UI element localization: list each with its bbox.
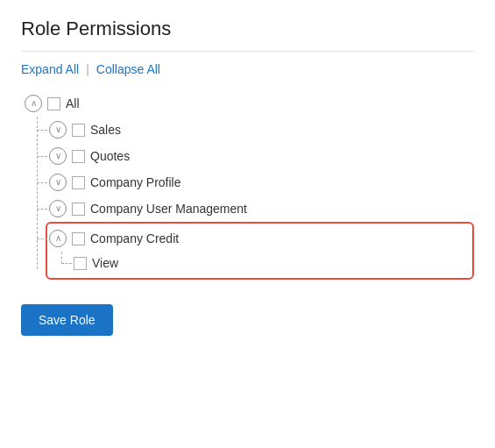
collapse-icon-company-user-management[interactable] [49, 200, 67, 217]
collapse-all-link[interactable]: Collapse All [96, 62, 160, 76]
permissions-tree: All Sales Quotes Company Profile [25, 90, 474, 280]
collapse-icon-company-profile[interactable] [49, 174, 67, 191]
checkbox-view[interactable] [74, 257, 87, 270]
tree-row-quotes: Quotes [49, 143, 474, 169]
tree-item-all: All Sales Quotes Company Profile [25, 90, 474, 280]
label-company-credit: Company Credit [90, 231, 179, 245]
tree-row-sales: Sales [49, 117, 474, 143]
checkbox-company-credit[interactable] [72, 232, 85, 245]
label-all: All [66, 96, 80, 110]
tree-children-company-credit: View [74, 252, 467, 274]
collapse-icon-all[interactable] [25, 95, 42, 112]
save-role-button[interactable]: Save Role [21, 304, 113, 336]
collapse-icon-sales[interactable] [49, 121, 67, 139]
tree-row-company-user-management: Company User Management [49, 196, 474, 222]
page-title: Role Permissions [21, 18, 474, 52]
tree-row-all: All [25, 90, 474, 117]
tree-row-view: View [74, 252, 467, 274]
label-quotes: Quotes [90, 149, 130, 163]
checkbox-sales[interactable] [72, 124, 85, 137]
tree-item-company-credit-highlighted: Company Credit View [46, 222, 474, 280]
checkbox-all[interactable] [47, 97, 60, 110]
checkbox-company-user-management[interactable] [72, 203, 85, 216]
checkbox-quotes[interactable] [72, 150, 85, 163]
tree-children-level1: Sales Quotes Company Profile Company Use… [49, 117, 474, 280]
tree-row-company-profile: Company Profile [49, 169, 474, 196]
label-company-profile: Company Profile [90, 175, 181, 189]
collapse-icon-quotes[interactable] [49, 147, 67, 165]
collapse-icon-company-credit[interactable] [49, 230, 67, 247]
expand-all-link[interactable]: Expand All [21, 62, 79, 76]
expand-collapse-toolbar: Expand All | Collapse All [21, 62, 474, 76]
label-view: View [92, 256, 118, 270]
checkbox-company-profile[interactable] [72, 176, 85, 189]
toolbar-divider: | [86, 62, 89, 76]
label-company-user-management: Company User Management [90, 202, 247, 216]
tree-row-company-credit: Company Credit [49, 225, 467, 252]
label-sales: Sales [90, 123, 121, 137]
